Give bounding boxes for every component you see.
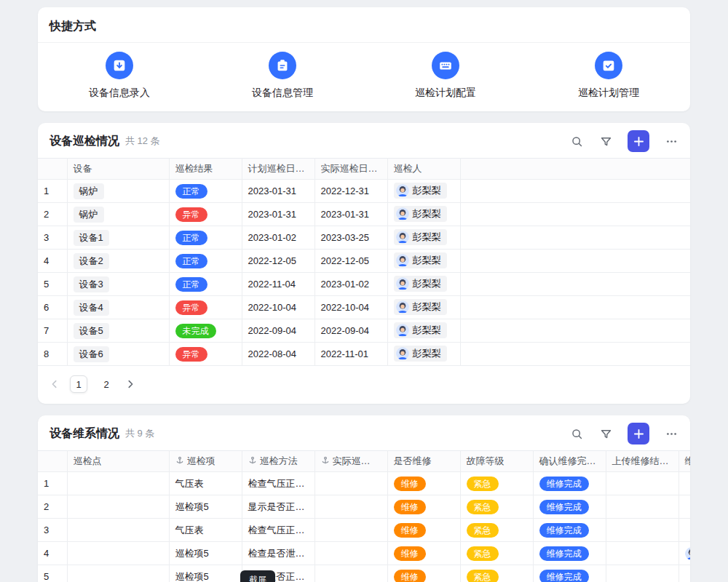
shortcut-item[interactable]: 设备信息录入: [38, 52, 201, 100]
inspector-cell[interactable]: 彭梨梨: [387, 343, 460, 366]
upload-cell[interactable]: [606, 519, 678, 542]
shortcut-item[interactable]: 巡检计划配置: [364, 52, 527, 100]
search-icon[interactable]: [569, 134, 584, 148]
next-page-button[interactable]: [125, 379, 135, 389]
item-cell[interactable]: 气压表: [169, 519, 242, 542]
actual-cell[interactable]: [314, 472, 387, 495]
inspector-cell[interactable]: 彭梨梨: [387, 203, 460, 226]
actual-cell[interactable]: [314, 542, 387, 565]
actual-date-cell[interactable]: 2022-12-31: [314, 180, 387, 203]
point-cell[interactable]: [67, 542, 169, 565]
add-record-button[interactable]: [628, 423, 649, 445]
device-cell[interactable]: 锅炉: [67, 180, 169, 203]
actual-cell[interactable]: [314, 519, 387, 542]
point-cell[interactable]: [67, 519, 169, 542]
column-header[interactable]: 计划巡检日…: [242, 159, 314, 180]
method-cell[interactable]: 检查气压正…: [242, 472, 314, 495]
column-header[interactable]: [38, 451, 67, 472]
result-cell[interactable]: 正常: [169, 273, 242, 296]
confirm-cell[interactable]: 维修完成: [533, 542, 606, 565]
column-header[interactable]: 维…: [678, 451, 690, 472]
item-cell[interactable]: 巡检项5: [169, 565, 242, 582]
column-header[interactable]: 巡检结果: [169, 159, 242, 180]
confirm-cell[interactable]: 维修完成: [533, 565, 606, 582]
level-cell[interactable]: 紧急: [460, 542, 533, 565]
actual-date-cell[interactable]: 2022-11-01: [314, 343, 387, 366]
page-number[interactable]: 1: [70, 375, 87, 393]
upload-cell[interactable]: [606, 495, 678, 519]
result-cell[interactable]: 正常: [169, 250, 242, 273]
device-cell[interactable]: 设备5: [67, 319, 169, 343]
actual-cell[interactable]: [314, 565, 387, 582]
item-cell[interactable]: 气压表: [169, 472, 242, 495]
upload-cell[interactable]: [606, 542, 678, 565]
repair-cell[interactable]: 维修: [387, 542, 460, 565]
plan-date-cell[interactable]: 2023-01-02: [242, 226, 314, 250]
column-header[interactable]: 故障等级: [460, 451, 533, 472]
column-header[interactable]: 是否维修: [387, 451, 460, 472]
point-cell[interactable]: [67, 472, 169, 495]
device-cell[interactable]: 锅炉: [67, 203, 169, 226]
method-cell[interactable]: 显示是否正…: [242, 495, 314, 519]
repair-cell[interactable]: 维修: [387, 495, 460, 519]
repair-cell[interactable]: 维修: [387, 472, 460, 495]
more-icon[interactable]: [664, 426, 678, 441]
plan-date-cell[interactable]: 2022-08-04: [242, 343, 314, 366]
actual-cell[interactable]: [314, 495, 387, 519]
extra-cell[interactable]: [678, 495, 690, 519]
plan-date-cell[interactable]: 2023-01-31: [242, 203, 314, 226]
plan-date-cell[interactable]: 2023-01-31: [242, 180, 314, 203]
device-cell[interactable]: 设备1: [67, 226, 169, 250]
device-cell[interactable]: 设备6: [67, 343, 169, 366]
point-cell[interactable]: [67, 565, 169, 582]
method-cell[interactable]: 检查气压正…: [242, 519, 314, 542]
shortcut-item[interactable]: 巡检计划管理: [527, 52, 690, 100]
confirm-cell[interactable]: 维修完成: [533, 519, 606, 542]
column-header[interactable]: 上传维修结…: [606, 451, 678, 472]
plan-date-cell[interactable]: 2022-12-05: [242, 250, 314, 273]
level-cell[interactable]: 紧急: [460, 565, 533, 582]
inspector-cell[interactable]: 彭梨梨: [387, 226, 460, 250]
actual-date-cell[interactable]: 2023-01-02: [314, 273, 387, 296]
filter-icon[interactable]: [598, 134, 613, 148]
inspector-cell[interactable]: 彭梨梨: [387, 319, 460, 343]
upload-cell[interactable]: [606, 472, 678, 495]
actual-date-cell[interactable]: 2023-01-31: [314, 203, 387, 226]
prev-page-button[interactable]: [50, 379, 60, 389]
inspector-cell[interactable]: 彭梨梨: [387, 273, 460, 296]
inspector-cell[interactable]: 彭梨梨: [387, 250, 460, 273]
result-cell[interactable]: 正常: [169, 180, 242, 203]
extra-cell[interactable]: [678, 565, 690, 582]
result-cell[interactable]: 异常: [169, 296, 242, 319]
item-cell[interactable]: 巡检项5: [169, 495, 242, 519]
filter-icon[interactable]: [598, 426, 613, 441]
level-cell[interactable]: 紧急: [460, 519, 533, 542]
column-header[interactable]: [460, 159, 690, 180]
confirm-cell[interactable]: 维修完成: [533, 495, 606, 519]
actual-date-cell[interactable]: 2022-10-04: [314, 296, 387, 319]
result-cell[interactable]: 异常: [169, 203, 242, 226]
column-header[interactable]: 实际巡…: [314, 451, 387, 472]
device-cell[interactable]: 设备2: [67, 250, 169, 273]
page-number[interactable]: 2: [98, 375, 115, 393]
plan-date-cell[interactable]: 2022-11-04: [242, 273, 314, 296]
column-header[interactable]: 确认维修完…: [533, 451, 606, 472]
column-header[interactable]: 巡检项: [169, 451, 242, 472]
device-cell[interactable]: 设备3: [67, 273, 169, 296]
column-header[interactable]: 实际巡检日…: [314, 159, 387, 180]
level-cell[interactable]: 紧急: [460, 472, 533, 495]
repair-cell[interactable]: 维修: [387, 565, 460, 582]
column-header[interactable]: 巡检方法: [242, 451, 314, 472]
column-header[interactable]: 巡检人: [387, 159, 460, 180]
confirm-cell[interactable]: 维修完成: [533, 472, 606, 495]
column-header[interactable]: [38, 159, 67, 180]
result-cell[interactable]: 未完成: [169, 319, 242, 343]
column-header[interactable]: 巡检点: [67, 451, 169, 472]
add-record-button[interactable]: [628, 130, 649, 152]
repair-cell[interactable]: 维修: [387, 519, 460, 542]
extra-cell[interactable]: [678, 472, 690, 495]
actual-date-cell[interactable]: 2023-03-25: [314, 226, 387, 250]
level-cell[interactable]: 紧急: [460, 495, 533, 519]
extra-cell[interactable]: [678, 542, 690, 565]
extra-cell[interactable]: [678, 519, 690, 542]
